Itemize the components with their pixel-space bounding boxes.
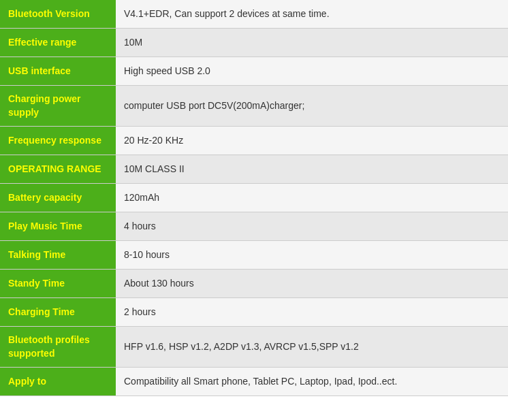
spec-label: USB interface (0, 57, 116, 86)
table-row: Talking Time8-10 hours (0, 241, 508, 270)
table-row: Bluetooth VersionV4.1+EDR, Can support 2… (0, 0, 508, 29)
spec-value: 2 hours (116, 298, 508, 327)
table-row: Effective range10M (0, 29, 508, 57)
spec-value: V4.1+EDR, Can support 2 devices at same … (116, 0, 508, 29)
spec-label: OPERATING RANGE (0, 155, 116, 184)
table-row: Play Music Time4 hours (0, 212, 508, 241)
table-row: Frequency response20 Hz-20 KHz (0, 127, 508, 155)
spec-value: computer USB port DC5V(200mA)charger; (116, 86, 508, 127)
spec-value: 20 Hz-20 KHz (116, 127, 508, 155)
spec-value: High speed USB 2.0 (116, 57, 508, 86)
spec-label: Talking Time (0, 241, 116, 270)
spec-label: Play Music Time (0, 212, 116, 241)
spec-value: About 130 hours (116, 270, 508, 298)
spec-value: 4 hours (116, 212, 508, 241)
table-row: Bluetooth profiles supportedHFP v1.6, HS… (0, 327, 508, 368)
table-row: Battery capacity120mAh (0, 184, 508, 212)
spec-table: Bluetooth VersionV4.1+EDR, Can support 2… (0, 0, 508, 396)
spec-label: Battery capacity (0, 184, 116, 212)
table-row: Charging power supplycomputer USB port D… (0, 86, 508, 127)
spec-label: Bluetooth Version (0, 0, 116, 29)
spec-value: 10M (116, 29, 508, 57)
table-row: Standy TimeAbout 130 hours (0, 270, 508, 298)
spec-value: 8-10 hours (116, 241, 508, 270)
table-row: Charging Time2 hours (0, 298, 508, 327)
table-row: USB interfaceHigh speed USB 2.0 (0, 57, 508, 86)
spec-value: 120mAh (116, 184, 508, 212)
spec-value: HFP v1.6, HSP v1.2, A2DP v1.3, AVRCP v1.… (116, 327, 508, 368)
spec-label: Apply to (0, 368, 116, 396)
spec-label: Effective range (0, 29, 116, 57)
table-row: OPERATING RANGE10M CLASS II (0, 155, 508, 184)
spec-value: 10M CLASS II (116, 155, 508, 184)
spec-label: Frequency response (0, 127, 116, 155)
spec-label: Charging power supply (0, 86, 116, 127)
spec-value: Compatibility all Smart phone, Tablet PC… (116, 368, 508, 396)
spec-label: Bluetooth profiles supported (0, 327, 116, 368)
spec-label: Charging Time (0, 298, 116, 327)
spec-label: Standy Time (0, 270, 116, 298)
table-row: Apply toCompatibility all Smart phone, T… (0, 368, 508, 396)
